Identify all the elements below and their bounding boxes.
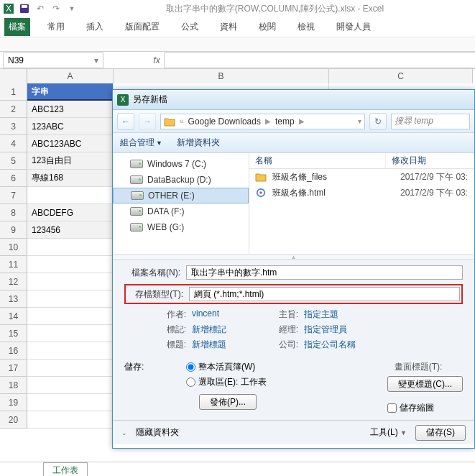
row-header[interactable]: 3 [0,118,27,135]
author-value[interactable]: vincent [192,308,219,321]
col-date[interactable]: 修改日期 [386,153,474,168]
filetype-select[interactable]: 網頁 (*.htm;*.html) [189,287,460,301]
row-header[interactable]: 17 [0,360,27,377]
row-header[interactable]: 7 [0,187,27,204]
select-all-corner[interactable] [0,69,27,83]
manager-value[interactable]: 指定管理員 [304,324,347,336]
hide-folders-button[interactable]: 隱藏資料夾 [136,426,179,439]
row-header[interactable]: 10 [0,239,27,256]
cell[interactable]: 專線168 [27,170,114,187]
row-header[interactable]: 11 [0,256,27,273]
new-folder-button[interactable]: 新增資料夾 [177,137,220,149]
row-header[interactable]: 19 [0,394,27,411]
row-header[interactable]: 5 [0,152,27,170]
row-header[interactable]: 15 [0,325,27,342]
tab-formula[interactable]: 公式 [177,18,203,36]
chevron-down-icon[interactable]: ▾ [94,55,98,65]
save-icon[interactable] [19,3,30,14]
column-header-a[interactable]: A [27,69,114,83]
row-header[interactable]: 6 [0,170,27,187]
tree-item-g[interactable]: WEB (G:) [113,219,249,235]
tab-file[interactable]: 檔案 [4,18,30,36]
cell[interactable] [27,187,114,204]
tools-button[interactable]: 工具(L) ▼ [370,426,407,439]
radio-whole[interactable]: 整本活頁簿(W) [186,361,267,373]
row-header[interactable]: 20 [0,411,27,429]
publish-button[interactable]: 發佈(P)... [199,394,257,410]
title-value[interactable]: 新增標題 [192,339,226,351]
sheet-tab[interactable]: 工作表 [43,462,88,477]
cell[interactable] [27,325,114,342]
tab-layout[interactable]: 版面配置 [121,18,164,36]
folder-tree[interactable]: Windows 7 (C:) DataBackup (D:) OTHER (E:… [113,153,249,254]
back-button[interactable]: ← [117,113,134,130]
tab-view[interactable]: 檢視 [293,18,319,36]
cell[interactable]: 123自由日 [27,152,114,170]
forward-button[interactable]: → [139,113,156,130]
tags-value[interactable]: 新增標記 [192,324,226,336]
cell[interactable]: 123ABC [27,118,114,135]
filename-input[interactable]: 取出字串中的數字.htm [186,265,463,280]
tree-item-f[interactable]: DATA (F:) [113,203,249,219]
save-button[interactable]: 儲存(S) [415,425,466,441]
row-header[interactable]: 9 [0,221,27,239]
cell[interactable]: ABCDEFG [27,204,114,221]
col-name[interactable]: 名稱 [249,153,386,168]
cell[interactable] [27,394,114,411]
column-header-c[interactable]: C [329,69,473,83]
file-row[interactable]: 班級名條.html 2017/2/9 下午 03: [249,185,474,201]
cell[interactable] [27,377,114,394]
row-header[interactable]: 1 [0,83,27,101]
save-thumb-checkbox[interactable]: 儲存縮圖 [387,402,463,414]
cell[interactable] [27,273,114,290]
formula-bar[interactable] [164,52,475,68]
search-input[interactable]: 搜尋 temp [391,114,470,129]
row-header[interactable]: 2 [0,101,27,118]
tree-item-d[interactable]: DataBackup (D:) [113,172,249,188]
tab-insert[interactable]: 插入 [82,18,108,36]
redo-icon[interactable]: ↷ [50,3,62,14]
tab-dev[interactable]: 開發人員 [332,18,375,36]
cell[interactable] [27,360,114,377]
name-box[interactable]: N39 ▾ [3,52,103,68]
change-title-button[interactable]: 變更標題(C)... [387,376,463,392]
cell[interactable]: ABC123ABC [27,135,114,152]
undo-icon[interactable]: ↶ [34,3,46,14]
cell[interactable]: 字串 [27,83,114,101]
tree-item-c[interactable]: Windows 7 (C:) [113,156,249,172]
crumb-seg[interactable]: Google Downloads [188,116,261,127]
row-header[interactable]: 12 [0,273,27,290]
splitter[interactable]: ▲ [113,254,474,260]
row-header[interactable]: 4 [0,135,27,152]
subject-value[interactable]: 指定主題 [304,308,338,321]
row-header[interactable]: 13 [0,290,27,308]
company-value[interactable]: 指定公司名稱 [304,339,356,351]
file-row[interactable]: 班級名條_files 2017/2/9 下午 03: [249,169,474,185]
organize-button[interactable]: 組合管理 ▼ [120,137,162,149]
tab-home[interactable]: 常用 [43,18,69,36]
row-header[interactable]: 14 [0,308,27,325]
cell[interactable]: 123456 [27,221,114,239]
cell[interactable] [27,411,114,429]
chevron-down-icon[interactable]: ⌄ [121,429,127,436]
row-header[interactable]: 8 [0,204,27,221]
row-header[interactable]: 16 [0,342,27,360]
qat-dropdown-icon[interactable]: ▼ [66,3,78,14]
tree-item-e[interactable]: OTHER (E:) [113,188,249,203]
crumb-seg[interactable]: temp [275,116,295,127]
cell[interactable] [27,342,114,360]
cell[interactable]: ABC123 [27,101,114,118]
refresh-button[interactable]: ↻ [369,113,387,130]
cell[interactable] [27,290,114,308]
radio-select[interactable]: 選取區(E): 工作表 [186,376,267,388]
cell[interactable] [27,308,114,325]
column-header-b[interactable]: B [114,69,329,83]
row-header[interactable]: 18 [0,377,27,394]
cell[interactable] [27,239,114,256]
tab-review[interactable]: 校閱 [254,18,280,36]
chevron-down-icon[interactable]: ▾ [358,117,361,125]
fx-icon[interactable]: fx [149,55,164,65]
tab-data[interactable]: 資料 [216,18,241,36]
cell[interactable] [27,256,114,273]
breadcrumb[interactable]: « Google Downloads ▶ temp ▶ ▾ [160,114,365,129]
